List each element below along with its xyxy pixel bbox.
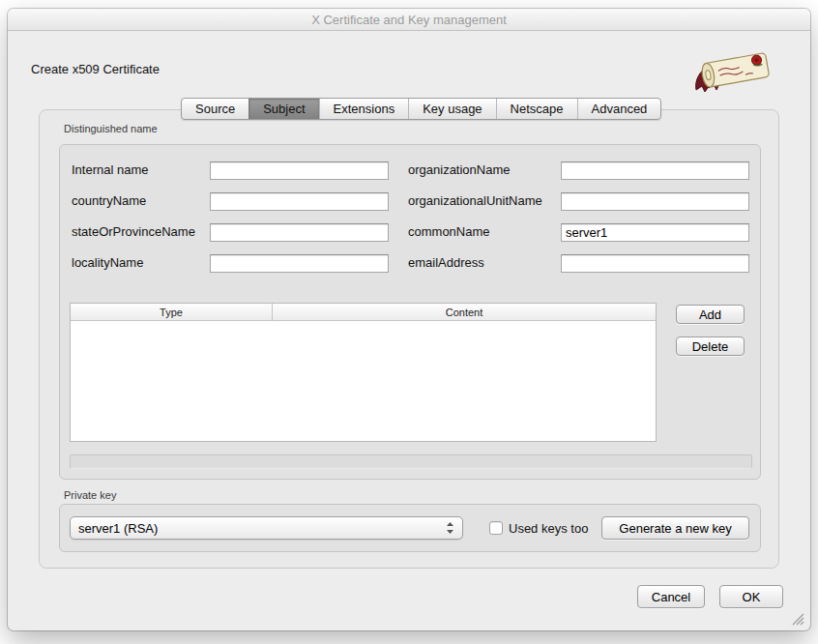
internal-name-label: Internal name: [72, 161, 149, 179]
used-keys-checkbox-label: Used keys too: [509, 521, 588, 536]
country-name-label: countryName: [72, 192, 146, 210]
tab-key-usage[interactable]: Key usage: [408, 99, 495, 119]
internal-name-input[interactable]: [210, 161, 389, 180]
window-title: X Certificate and Key management: [311, 13, 507, 27]
state-or-province-name-input[interactable]: [210, 223, 389, 242]
dn-table-column-type[interactable]: Type: [71, 304, 272, 320]
used-keys-checkbox[interactable]: [489, 521, 503, 535]
organizational-unit-name-label: organizationalUnitName: [408, 192, 542, 210]
state-or-province-name-label: stateOrProvinceName: [72, 223, 195, 241]
distinguished-name-group: Internal name countryName stateOrProvinc…: [59, 144, 761, 480]
used-keys-checkbox-row: Used keys too: [489, 516, 588, 540]
organization-name-input[interactable]: [561, 161, 749, 180]
delete-button[interactable]: Delete: [676, 337, 745, 356]
generate-new-key-button[interactable]: Generate a new key: [601, 516, 749, 540]
title-bar[interactable]: X Certificate and Key management: [8, 9, 810, 31]
locality-name-input[interactable]: [210, 254, 389, 273]
dn-table-header: Type Content: [71, 304, 656, 321]
add-button[interactable]: Add: [676, 305, 745, 324]
email-address-label: emailAddress: [408, 254, 484, 272]
distinguished-name-group-label: Distinguished name: [64, 123, 158, 134]
organization-name-label: organizationName: [408, 161, 511, 179]
locality-name-label: localityName: [72, 254, 143, 272]
dn-table-column-content[interactable]: Content: [272, 304, 656, 320]
email-address-input[interactable]: [561, 254, 749, 273]
stepper-up-down-icon: [446, 521, 454, 535]
organizational-unit-name-input[interactable]: [561, 192, 749, 211]
xca-certificate-logo-icon: [687, 45, 775, 100]
tab-subject[interactable]: Subject: [248, 99, 318, 119]
common-name-label: commonName: [408, 223, 490, 241]
country-name-input[interactable]: [210, 192, 389, 211]
subject-tab-pane: Distinguished name Internal name country…: [39, 109, 779, 569]
dn-entries-table[interactable]: Type Content: [70, 303, 657, 442]
private-key-group: server1 (RSA) Used keys too Generate a n…: [59, 504, 761, 552]
common-name-input[interactable]: [561, 223, 749, 242]
private-key-group-label: Private key: [64, 489, 116, 501]
tab-advanced[interactable]: Advanced: [577, 99, 661, 119]
tab-extensions[interactable]: Extensions: [319, 99, 409, 119]
page-title: Create x509 Certificate: [31, 62, 160, 76]
ok-button[interactable]: OK: [719, 585, 783, 608]
tab-bar: Source Subject Extensions Key usage Nets…: [181, 98, 661, 120]
private-key-select[interactable]: server1 (RSA): [70, 516, 463, 540]
dn-entry-disabled-input: [70, 454, 752, 469]
dn-table-body[interactable]: [71, 321, 656, 441]
tab-netscape[interactable]: Netscape: [496, 99, 577, 119]
cancel-button[interactable]: Cancel: [637, 585, 705, 608]
resize-grip-icon[interactable]: [792, 613, 804, 626]
private-key-selected-value: server1 (RSA): [78, 521, 446, 536]
tab-source[interactable]: Source: [182, 99, 248, 119]
dialog-window: X Certificate and Key management Create …: [8, 9, 810, 630]
